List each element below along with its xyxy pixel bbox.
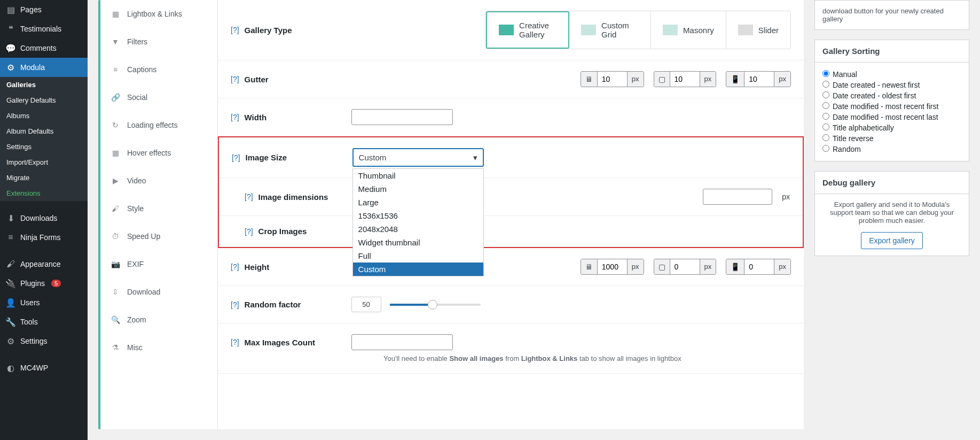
tab-video[interactable]: ▶Video — [100, 167, 217, 195]
sort-title-reverse[interactable]: Title reverse — [822, 133, 961, 144]
tab-hover-effects[interactable]: ▦Hover effects — [100, 139, 217, 167]
max-images-hint: You'll need to enable Show all images fr… — [383, 354, 681, 362]
tab-captions[interactable]: ≡Captions — [100, 56, 217, 83]
sidebar-item-users[interactable]: 👤Users — [0, 293, 88, 312]
tab-exif[interactable]: 📷EXIF — [100, 250, 217, 278]
sidebar-item-settings[interactable]: ⚙Settings — [0, 331, 88, 351]
sidebar-item-tools[interactable]: 🔧Tools — [0, 312, 88, 331]
slider-thumb[interactable] — [428, 300, 437, 310]
sort-radio[interactable] — [822, 81, 829, 88]
row-image-size: [?] Image Size Custom Thumbnail Medium L… — [219, 137, 803, 178]
submenu-extensions[interactable]: Extensions — [0, 186, 88, 201]
gutter-tablet-input[interactable] — [670, 72, 700, 87]
random-slider[interactable] — [390, 304, 481, 306]
sidebar-item-modula[interactable]: ⚙Modula — [0, 58, 88, 77]
option-1536[interactable]: 1536x1536 — [353, 209, 483, 222]
sort-radio[interactable] — [822, 145, 829, 152]
sidebar-item-downloads[interactable]: ⬇Downloads — [0, 209, 88, 228]
unit: px — [627, 259, 644, 274]
submenu-albums[interactable]: Albums — [0, 108, 88, 123]
sidebar-label: Tools — [20, 318, 38, 326]
help-icon[interactable]: [?] — [245, 192, 253, 201]
sidebar-item-ninja-forms[interactable]: ≡Ninja Forms — [0, 228, 88, 247]
help-icon[interactable]: [?] — [231, 263, 239, 271]
gallery-type-masonry[interactable]: Masonry — [651, 11, 726, 49]
tab-lightbox-links[interactable]: ▦Lightbox & Links — [100, 0, 217, 28]
submenu-import-export[interactable]: Import/Export — [0, 155, 88, 170]
sidebar-item-appearance[interactable]: 🖌Appearance — [0, 254, 88, 274]
width-label: Width — [245, 113, 351, 122]
option-custom[interactable]: Custom — [353, 263, 483, 276]
sort-modified-recent-last[interactable]: Date modified - most recent last — [822, 112, 961, 122]
gutter-tablet: ▢px — [654, 71, 717, 87]
help-icon[interactable]: [?] — [231, 75, 239, 83]
help-icon[interactable]: [?] — [245, 227, 253, 236]
sort-title-alpha[interactable]: Title alphabetically — [822, 122, 961, 133]
height-desktop-input[interactable] — [598, 259, 627, 274]
sidebar-item-comments[interactable]: 💬Comments — [0, 38, 88, 58]
gallery-type-custom-grid[interactable]: Custom Grid — [569, 11, 651, 49]
tab-label: Style — [127, 204, 144, 213]
help-icon[interactable]: [?] — [231, 113, 239, 121]
debug-panel: Debug gallery Export gallery and send it… — [814, 171, 969, 256]
gutter-desktop-input[interactable] — [598, 72, 627, 87]
sort-radio[interactable] — [822, 102, 829, 109]
export-gallery-button[interactable]: Export gallery — [861, 232, 923, 249]
option-full[interactable]: Full — [353, 249, 483, 263]
tab-style[interactable]: 🖌Style — [100, 195, 217, 222]
submenu-settings[interactable]: Settings — [0, 139, 88, 155]
gallery-type-slider[interactable]: Slider — [726, 11, 790, 49]
sort-date-oldest[interactable]: Date created - oldest first — [822, 90, 961, 101]
height-mobile-input[interactable] — [744, 259, 774, 274]
gallery-type-creative[interactable]: Creative Gallery — [486, 11, 569, 49]
mobile-icon: 📱 — [726, 72, 744, 87]
row-max-images: [?] Max Images Count You'll need to enab… — [218, 323, 804, 374]
option-large[interactable]: Large — [353, 196, 483, 209]
option-medium[interactable]: Medium — [353, 182, 483, 196]
tab-social[interactable]: 🔗Social — [100, 83, 217, 111]
brush-icon: 🖌 — [5, 259, 16, 269]
option-widget-thumbnail[interactable]: Widget thumbnail — [353, 236, 483, 249]
sidebar-label: MC4WP — [20, 364, 48, 372]
submenu-galleries[interactable]: Galleries — [0, 77, 88, 92]
sort-modified-recent-first[interactable]: Date modified - most recent first — [822, 101, 961, 112]
tab-misc[interactable]: ⚗Misc — [100, 334, 217, 361]
tab-zoom[interactable]: 🔍Zoom — [100, 306, 217, 334]
help-icon[interactable]: [?] — [232, 153, 240, 162]
sort-radio[interactable] — [822, 91, 829, 98]
sidebar-item-plugins[interactable]: 🔌Plugins5 — [0, 274, 88, 293]
height-tablet-input[interactable] — [670, 259, 700, 274]
tab-download[interactable]: ⇩Download — [100, 278, 217, 306]
tab-label: Speed Up — [127, 232, 160, 241]
sidebar-item-mc4wp[interactable]: ◐MC4WP — [0, 358, 88, 377]
help-icon[interactable]: [?] — [231, 300, 239, 309]
sidebar-label: Testimonials — [20, 25, 61, 33]
tab-filters[interactable]: ▼Filters — [100, 28, 217, 56]
sidebar-label: Comments — [20, 44, 57, 52]
option-2048[interactable]: 2048x2048 — [353, 222, 483, 236]
tab-loading-effects[interactable]: ↻Loading effects — [100, 111, 217, 139]
image-dim-input[interactable] — [703, 189, 772, 205]
image-size-select[interactable]: Custom — [352, 148, 484, 167]
submenu-album-defaults[interactable]: Album Defaults — [0, 123, 88, 139]
tab-speed-up[interactable]: ⏱Speed Up — [100, 222, 217, 250]
submenu-migrate[interactable]: Migrate — [0, 170, 88, 186]
help-icon[interactable]: [?] — [231, 338, 239, 346]
sort-radio[interactable] — [822, 134, 829, 141]
sort-random[interactable]: Random — [822, 144, 961, 155]
sort-radio[interactable] — [822, 113, 829, 120]
sort-radio[interactable] — [822, 123, 829, 130]
sidebar-item-testimonials[interactable]: ❝Testimonials — [0, 19, 88, 38]
sort-radio[interactable] — [822, 70, 829, 77]
max-images-label: Max Images Count — [245, 338, 351, 347]
width-input[interactable] — [351, 109, 453, 125]
sidebar-item-pages[interactable]: ▤Pages — [0, 0, 88, 19]
help-icon[interactable]: [?] — [231, 26, 239, 34]
option-thumbnail[interactable]: Thumbnail — [353, 169, 483, 182]
random-label: Random factor — [245, 300, 351, 309]
submenu-gallery-defaults[interactable]: Gallery Defaults — [0, 92, 88, 108]
sort-manual[interactable]: Manual — [822, 69, 961, 80]
sort-date-newest[interactable]: Date created - newest first — [822, 80, 961, 90]
gutter-mobile-input[interactable] — [744, 72, 774, 87]
max-images-input[interactable] — [351, 334, 453, 350]
